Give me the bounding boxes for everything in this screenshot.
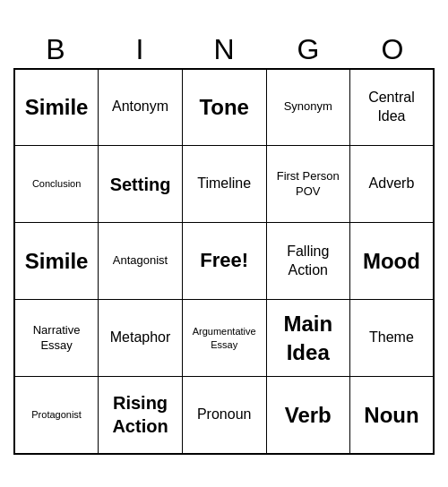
cell-content: First Person POV xyxy=(271,150,346,218)
cell-text: Central Idea xyxy=(354,89,429,126)
bingo-cell: First Person POV xyxy=(266,146,349,223)
cell-content: Theme xyxy=(354,303,429,372)
cell-text: Verb xyxy=(285,401,332,429)
bingo-cell: Tone xyxy=(182,69,266,146)
header-letter: N xyxy=(182,33,266,66)
cell-text: Setting xyxy=(110,173,171,196)
cell-text: Pronoun xyxy=(197,406,252,424)
cell-content: Synonym xyxy=(271,73,346,141)
table-row: Narrative EssayMetaphorArgumentative Ess… xyxy=(14,300,434,377)
bingo-cell: Simile xyxy=(14,69,99,146)
cell-text: Free! xyxy=(200,248,248,274)
cell-text: Mood xyxy=(363,247,420,275)
bingo-cell: Conclusion xyxy=(14,146,99,223)
cell-text: Antonym xyxy=(112,98,168,116)
cell-text: Conclusion xyxy=(32,177,81,190)
bingo-cell: Synonym xyxy=(266,69,349,146)
cell-content: Falling Action xyxy=(271,226,346,295)
cell-content: Main Idea xyxy=(271,303,346,372)
cell-content: Argumentative Essay xyxy=(186,303,263,372)
bingo-cell: Timeline xyxy=(182,146,266,223)
bingo-grid: SimileAntonymToneSynonymCentral IdeaConc… xyxy=(13,68,435,455)
bingo-cell: Argumentative Essay xyxy=(182,300,266,377)
cell-text: Antagonist xyxy=(113,253,168,269)
cell-content: Central Idea xyxy=(354,73,429,141)
bingo-cell: Verb xyxy=(266,377,349,454)
table-row: SimileAntagonistFree!Falling ActionMood xyxy=(14,223,434,300)
cell-text: Timeline xyxy=(197,175,251,193)
cell-text: Synonym xyxy=(284,99,332,115)
cell-content: Rising Action xyxy=(102,380,178,449)
cell-text: Simile xyxy=(25,247,89,275)
bingo-cell: Central Idea xyxy=(349,69,434,146)
cell-text: Rising Action xyxy=(102,391,178,438)
cell-content: Free! xyxy=(186,226,263,295)
cell-content: Tone xyxy=(186,73,263,141)
cell-content: Noun xyxy=(354,380,429,449)
bingo-cell: Mood xyxy=(349,223,434,300)
header-letter: B xyxy=(13,33,98,66)
cell-content: Simile xyxy=(19,73,94,141)
bingo-cell: Setting xyxy=(99,146,183,223)
cell-text: Tone xyxy=(199,93,249,121)
bingo-cell: Antagonist xyxy=(99,223,183,300)
header-letter: G xyxy=(266,33,350,66)
bingo-card: BINGO SimileAntonymToneSynonymCentral Id… xyxy=(13,33,435,455)
cell-content: Setting xyxy=(102,150,178,218)
cell-text: Falling Action xyxy=(271,243,346,280)
bingo-cell: Metaphor xyxy=(99,300,183,377)
cell-text: Narrative Essay xyxy=(19,323,94,354)
header-letter: O xyxy=(350,33,435,66)
bingo-header: BINGO xyxy=(13,33,435,66)
bingo-cell: Adverb xyxy=(349,146,434,223)
cell-content: Verb xyxy=(271,380,346,449)
cell-content: Pronoun xyxy=(186,380,263,449)
cell-text: Protagonist xyxy=(31,408,82,421)
cell-content: Metaphor xyxy=(102,303,178,372)
cell-text: Adverb xyxy=(369,175,415,193)
table-row: ConclusionSettingTimelineFirst Person PO… xyxy=(14,146,434,223)
cell-text: Simile xyxy=(25,93,89,121)
bingo-cell: Free! xyxy=(182,223,266,300)
cell-content: Antonym xyxy=(102,73,178,141)
cell-content: Timeline xyxy=(186,150,263,218)
cell-text: Argumentative Essay xyxy=(186,325,263,351)
bingo-cell: Antonym xyxy=(99,69,183,146)
cell-content: Simile xyxy=(19,226,94,295)
cell-content: Conclusion xyxy=(19,150,94,218)
bingo-cell: Protagonist xyxy=(14,377,99,454)
cell-content: Narrative Essay xyxy=(19,303,94,372)
cell-content: Mood xyxy=(354,226,429,295)
bingo-cell: Simile xyxy=(14,223,99,300)
cell-text: Main Idea xyxy=(271,310,346,365)
bingo-cell: Pronoun xyxy=(182,377,266,454)
table-row: ProtagonistRising ActionPronounVerbNoun xyxy=(14,377,434,454)
bingo-cell: Noun xyxy=(349,377,434,454)
cell-content: Adverb xyxy=(354,150,429,218)
cell-content: Protagonist xyxy=(19,380,94,449)
cell-content: Antagonist xyxy=(102,226,178,295)
bingo-cell: Rising Action xyxy=(99,377,183,454)
cell-text: Noun xyxy=(364,401,418,429)
header-letter: I xyxy=(98,33,182,66)
bingo-cell: Falling Action xyxy=(266,223,349,300)
cell-text: First Person POV xyxy=(271,169,346,200)
table-row: SimileAntonymToneSynonymCentral Idea xyxy=(14,69,434,146)
cell-text: Metaphor xyxy=(110,329,171,347)
bingo-cell: Narrative Essay xyxy=(14,300,99,377)
cell-text: Theme xyxy=(369,329,414,347)
bingo-cell: Theme xyxy=(349,300,434,377)
bingo-cell: Main Idea xyxy=(266,300,349,377)
